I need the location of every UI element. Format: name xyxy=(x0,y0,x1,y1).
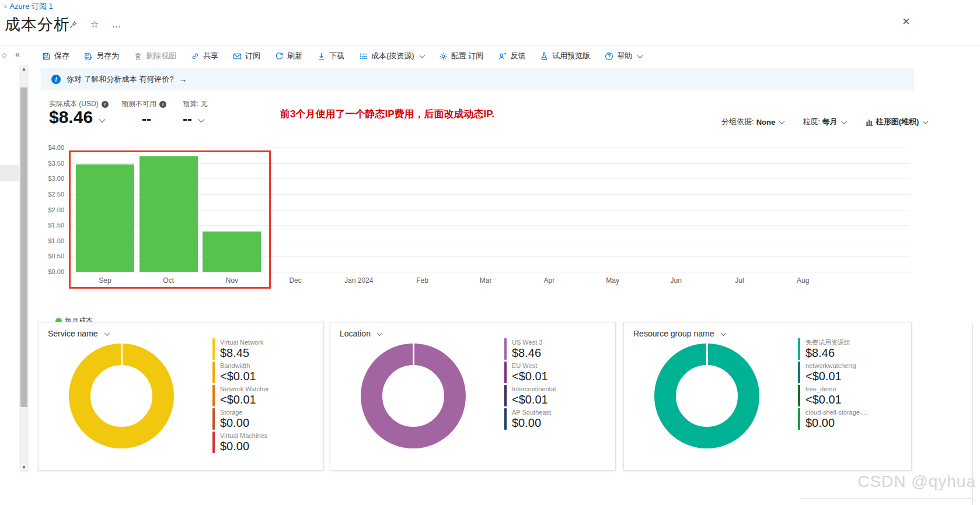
panel-right-border xyxy=(972,324,973,505)
legend-item-label: free_demo xyxy=(805,385,842,393)
toolbar-save-button[interactable]: 保存 xyxy=(42,51,69,61)
download-icon xyxy=(317,52,326,61)
legend-item-label: 免费试用资源组 xyxy=(805,338,850,346)
legend-item-label: cloud-shell-storage-... xyxy=(805,408,867,416)
legend-item-label: Storage xyxy=(220,408,249,416)
legend-item-value: <$0.01 xyxy=(512,370,548,383)
legend-item: Intercontinental<$0.01 xyxy=(504,385,556,406)
legend-item: Bandwidth<$0.01 xyxy=(212,362,269,383)
breadcrumb-subscription-link[interactable]: Azure 订阅 1 xyxy=(9,1,53,12)
forecast-label: 预测不可用 xyxy=(121,99,156,109)
legend-item-label: networkwatcherrg xyxy=(805,362,856,370)
granularity-dropdown[interactable]: 粒度: 每月 xyxy=(803,117,846,127)
page-title: 成本分析 xyxy=(5,14,70,35)
pin-icon[interactable] xyxy=(69,20,78,29)
favorite-star-icon[interactable]: ☆ xyxy=(90,20,99,29)
donut-notch xyxy=(706,343,708,365)
card-dimension-dropdown[interactable]: Location xyxy=(340,329,382,338)
more-options-icon[interactable]: … xyxy=(111,20,121,29)
x-tick-label: Mar xyxy=(454,276,517,285)
chevron-down-icon xyxy=(637,52,643,58)
donut-chart xyxy=(69,343,174,448)
budget-label: 预算: 无 xyxy=(183,99,208,109)
toolbar-refresh-button[interactable]: 刷新 xyxy=(275,51,302,61)
toolbar-feedback-button[interactable]: 反馈 xyxy=(498,51,525,61)
legend-item-value: <$0.01 xyxy=(512,393,556,406)
info-icon: i xyxy=(102,101,109,108)
chevron-down-icon xyxy=(841,118,847,124)
x-tick-label: Jan 2024 xyxy=(327,276,390,285)
group-by-dropdown[interactable]: 分组依据: None xyxy=(721,117,784,127)
card-title: Resource group name xyxy=(633,329,714,338)
y-tick-label: $0.00 xyxy=(48,268,64,275)
feedback-banner[interactable]: i 你对 了解和分析成本 有何评价? → xyxy=(41,68,914,90)
toolbar-item-label: 试用预览版 xyxy=(552,51,590,61)
x-tick-label: Jun xyxy=(644,276,707,285)
legend-item-value: <$0.01 xyxy=(805,370,856,383)
legend-item: AP Southeast$0.00 xyxy=(504,408,556,430)
gear-icon xyxy=(439,52,448,61)
breadcrumb: > Azure 订阅 1 xyxy=(4,1,53,12)
card-title: Service name xyxy=(48,329,98,338)
toolbar-share-button[interactable]: 共享 xyxy=(191,51,218,61)
legend-marker xyxy=(798,338,800,360)
annotation-text: 前3个月使用了一个静态IP费用，后面改成动态IP. xyxy=(280,107,494,121)
toolbar-help-button[interactable]: 帮助 xyxy=(605,51,642,61)
y-tick-label: $1.50 xyxy=(48,222,64,229)
legend-item: Virtual Network$8.45 xyxy=(212,338,269,360)
x-tick-label: Aug xyxy=(772,276,835,285)
y-tick-label: $1.00 xyxy=(48,237,64,244)
legend-item-value: $8.46 xyxy=(805,346,850,360)
scroll-down-icon[interactable]: ▼ xyxy=(22,465,26,470)
legend-item: US West 3$8.46 xyxy=(504,338,556,360)
card-dimension-dropdown[interactable]: Resource group name xyxy=(633,329,726,338)
info-icon: i xyxy=(51,75,61,84)
toolbar-cost-by-resource-button[interactable]: 成本(按资源) xyxy=(359,51,424,61)
arrow-right-icon[interactable]: → xyxy=(179,75,187,84)
card-legend: US West 3$8.46EU West<$0.01Intercontinen… xyxy=(504,338,556,432)
card-legend: 免费试用资源组$8.46networkwatcherrg<$0.01free_d… xyxy=(798,338,867,432)
toolbar-configure-button[interactable]: 配置 订阅 xyxy=(439,51,484,61)
toolbar-download-button[interactable]: 下载 xyxy=(317,51,344,61)
toolbar-try-preview-button[interactable]: 试用预览版 xyxy=(540,51,590,61)
chevron-down-icon[interactable] xyxy=(99,116,105,122)
legend-item-value: $8.45 xyxy=(220,346,263,360)
legend-item: Network Watcher<$0.01 xyxy=(212,385,269,406)
legend-item-value: $0.00 xyxy=(220,416,249,430)
view-controls: 分组依据: None 粒度: 每月 柱形图(堆积) xyxy=(721,117,927,127)
x-tick-label: Jul xyxy=(708,276,771,285)
group-by-label: 分组依据: xyxy=(721,117,754,127)
toolbar-item-label: 订阅 xyxy=(245,51,260,61)
flask-icon xyxy=(540,52,549,61)
legend-item-label: Virtual Machines xyxy=(220,432,267,440)
gridline xyxy=(67,148,909,148)
chart-type-dropdown[interactable]: 柱形图(堆积) xyxy=(865,117,928,127)
legend-item-value: $8.46 xyxy=(512,346,542,360)
legend-item-value: $0.00 xyxy=(805,416,867,430)
location-card: Location US West 3$8.46EU West<$0.01Inte… xyxy=(330,322,616,471)
scrollbar-thumb[interactable] xyxy=(20,87,27,407)
card-legend: Virtual Network$8.45Bandwidth<$0.01Netwo… xyxy=(212,338,269,455)
legend-marker xyxy=(504,408,507,430)
toolbar-save-as-button[interactable]: 另存为 xyxy=(84,51,119,61)
chevron-down-icon xyxy=(419,52,425,58)
cost-analysis-page: > Azure 订阅 1 成本分析 ☆ … × ◇ « ▲ ▼ 保存另存为删除视… xyxy=(0,0,980,505)
legend-item-label: Intercontinental xyxy=(512,385,556,393)
legend-item: Storage$0.00 xyxy=(212,408,269,430)
card-dimension-dropdown[interactable]: Service name xyxy=(48,329,109,338)
chevron-down-icon[interactable] xyxy=(198,116,204,122)
dock-icon[interactable]: ◇ xyxy=(2,51,6,59)
y-tick-label: $3.50 xyxy=(48,160,64,167)
granularity-value: 每月 xyxy=(822,117,838,127)
toolbar-item-label: 成本(按资源) xyxy=(371,51,414,61)
close-icon[interactable]: × xyxy=(902,14,910,29)
y-tick-label: $3.00 xyxy=(48,175,64,182)
header-divider xyxy=(0,45,980,45)
budget-value: -- xyxy=(183,111,192,127)
collapse-sidebar-icon[interactable]: « xyxy=(15,50,20,59)
scroll-up-icon[interactable]: ▲ xyxy=(22,66,26,72)
banner-text: 你对 了解和分析成本 有何评价? xyxy=(67,74,173,85)
toolbar-item-label: 反馈 xyxy=(510,51,525,61)
toolbar-subscribe-button[interactable]: 订阅 xyxy=(233,51,260,61)
legend-item-value: <$0.01 xyxy=(805,393,842,406)
